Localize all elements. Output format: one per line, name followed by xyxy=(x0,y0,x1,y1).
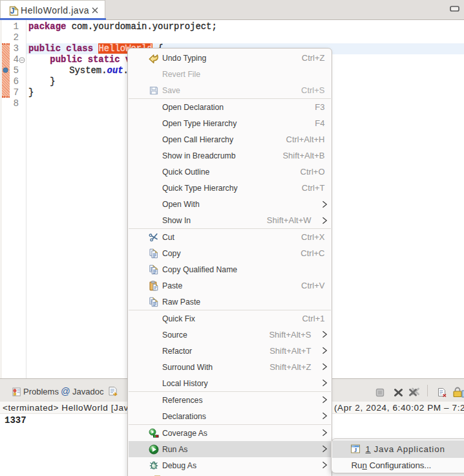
svg-text:J: J xyxy=(10,6,15,16)
